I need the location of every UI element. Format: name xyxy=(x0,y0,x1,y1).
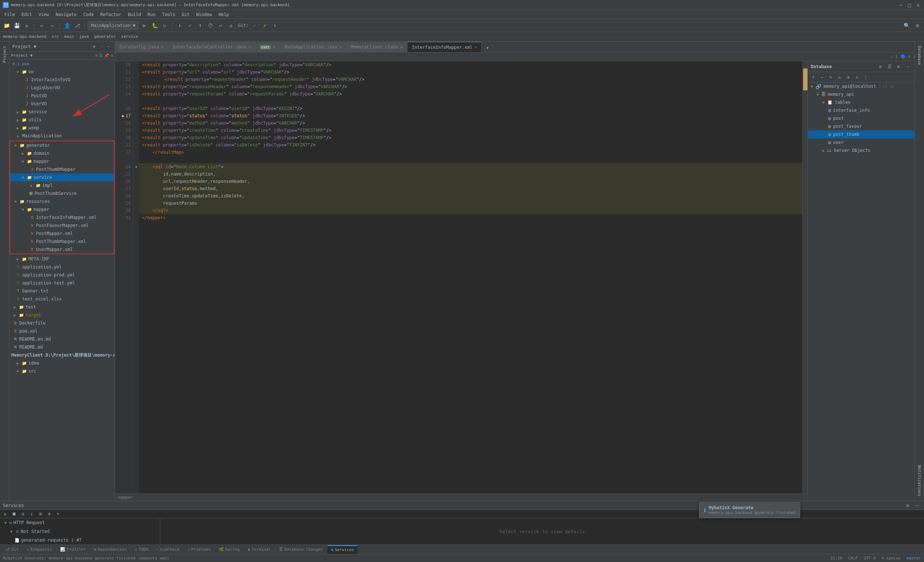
tab-user[interactable]: user × xyxy=(256,42,280,52)
tree-item-postthumbmapper[interactable]: J PostThumbMapper xyxy=(10,165,114,173)
redo-icon[interactable]: ↺ xyxy=(226,21,235,30)
open-folder-icon[interactable]: 📁 xyxy=(2,21,11,30)
status-crlf[interactable]: CRLF xyxy=(848,556,858,560)
service-item-not-started[interactable]: ▼ ⏸ Not Started xyxy=(0,527,160,536)
bottom-tab-terminal[interactable]: ▮ Terminal xyxy=(244,545,274,554)
breadcrumb-project[interactable]: memory-api-backend xyxy=(3,34,46,39)
tree-item-postthumpmapper-xml[interactable]: X PostThumbMapper.xml xyxy=(10,237,114,245)
services-run-icon[interactable]: ▶ xyxy=(2,510,9,518)
bottom-tab-profiler[interactable]: 📊 Profiler xyxy=(56,545,90,554)
menu-refactor[interactable]: Refactor xyxy=(97,11,124,18)
bottom-tab-services[interactable]: ⚙ Services xyxy=(327,545,358,554)
notifications-side-btn[interactable]: Notifications xyxy=(917,462,922,499)
git-checkmark-icon[interactable]: ✓ xyxy=(250,21,259,30)
tree-sync-icon[interactable]: ⇅ xyxy=(111,53,113,58)
status-encoding[interactable]: UTF-8 xyxy=(864,556,876,560)
tab-corsconfig[interactable]: CorsConfig.java × xyxy=(115,42,168,52)
menu-run[interactable]: Run xyxy=(144,11,158,18)
branch-icon[interactable]: ⎇ xyxy=(73,21,81,30)
database-side-btn[interactable]: Database xyxy=(917,61,922,68)
tree-item-readme[interactable]: M README.md xyxy=(9,343,115,351)
db-minus-icon[interactable]: − xyxy=(818,73,826,81)
undo-icon[interactable]: ↩ xyxy=(216,21,225,30)
tree-item-memoryclient[interactable]: MemoryClient D:\Project\星球项目\memory-api\… xyxy=(9,351,115,359)
tab-interfaceinfocont[interactable]: InterfaceInfoController.java × xyxy=(168,42,256,52)
tree-item-service-top[interactable]: ▶ 📁 service xyxy=(9,108,115,116)
forward-icon[interactable]: → xyxy=(48,21,56,30)
sidebar-layout-icon[interactable]: ⋮ xyxy=(98,44,105,50)
bottom-tab-luacheck[interactable]: ✓ LuaCheck xyxy=(153,545,183,554)
tree-item-gen-service[interactable]: ▼ 📁 service xyxy=(10,173,114,181)
tree-item-userVO[interactable]: J UserVO xyxy=(9,100,115,108)
minimize-button[interactable]: ─ xyxy=(898,2,904,8)
tree-item-test[interactable]: ▶ 📁 test xyxy=(9,303,115,311)
tree-item-wxmp[interactable]: ▶ 📁 wxmp xyxy=(9,124,115,132)
tab-memoryclient-close[interactable]: × xyxy=(400,45,403,50)
db-item-server-objects[interactable]: ▶ 🗂 Server Objects xyxy=(808,146,915,155)
tree-item-domain[interactable]: ▶ 📁 domain xyxy=(10,149,114,157)
status-indent[interactable]: 4 spaces xyxy=(881,556,901,560)
tree-item-impl[interactable]: ▶ 📁 impl xyxy=(10,181,114,189)
tree-item-test-excel[interactable]: X test_excel.xlsx xyxy=(9,295,115,303)
tab-user-close[interactable]: × xyxy=(273,45,276,50)
services-group-icon[interactable]: ⊞ xyxy=(36,510,44,518)
run-button[interactable]: ▶ xyxy=(140,21,149,30)
tree-item-gen-mapper[interactable]: ▼ 📁 mapper xyxy=(10,157,114,165)
tab-interfacemapper-close[interactable]: × xyxy=(475,45,477,50)
settings-icon[interactable]: ⚙ xyxy=(913,21,922,30)
bottom-tab-git[interactable]: ⎇ Git xyxy=(2,545,22,554)
services-expand-icon[interactable]: ⊕ xyxy=(45,510,53,518)
scrollbar-thumb[interactable] xyxy=(803,69,807,90)
db-item-tables[interactable]: ▼ 📋 tables xyxy=(808,98,915,106)
db-item-post-thumb[interactable]: ▦ post_thumb xyxy=(808,131,915,138)
menu-tools[interactable]: Tools xyxy=(159,11,178,18)
menu-code[interactable]: Code xyxy=(81,11,97,18)
db-more-icon[interactable]: ⋮ xyxy=(862,73,870,81)
tab-memoryclient[interactable]: MemoryClient.class × xyxy=(346,42,408,52)
project-panel-btn[interactable]: Project xyxy=(2,43,7,66)
sidebar-close-icon[interactable]: − xyxy=(105,44,112,50)
tree-pin-icon[interactable]: 📌 xyxy=(104,53,109,58)
breadcrumb-service[interactable]: service xyxy=(121,34,138,39)
breadcrumb-src[interactable]: src xyxy=(52,34,59,39)
bottom-tab-dependencies[interactable]: ⊞ Dependencies xyxy=(90,545,130,554)
db-item-post-favour[interactable]: ▦ post_favour xyxy=(808,122,915,131)
git-update-icon[interactable]: ⬇ xyxy=(176,21,184,30)
tree-item-postVO[interactable]: J PostVO xyxy=(9,92,115,100)
debug-button[interactable]: 🐛 xyxy=(150,21,159,30)
db-filter-icon[interactable]: ≡ xyxy=(844,73,852,81)
menu-window[interactable]: Window xyxy=(194,11,215,18)
tab-interfacemapper[interactable]: InterfaceInfoMapper.xml × xyxy=(407,42,482,52)
tree-item-mainapplication[interactable]: ▶ MainApplication xyxy=(9,132,115,140)
services-close-icon[interactable]: − xyxy=(913,502,921,509)
git-history-icon[interactable]: ⏱ xyxy=(206,21,215,30)
tree-item-resources[interactable]: ▼ 📁 resources xyxy=(10,197,114,206)
vertical-scrollbar[interactable] xyxy=(802,61,807,493)
db-item-post[interactable]: ▦ post xyxy=(808,114,915,122)
db-item-schema[interactable]: ▼ 🗄 memory_api xyxy=(808,90,915,98)
menu-edit[interactable]: Edit xyxy=(19,11,35,18)
bottom-tab-problems[interactable]: ⚠ Problems xyxy=(184,545,214,554)
tab-more-icon[interactable]: ▾ xyxy=(483,44,492,52)
tree-item-readme-en[interactable]: M README.en.md xyxy=(9,335,115,343)
db-item-user[interactable]: ▦ user xyxy=(808,138,915,146)
git-x-icon[interactable]: ✗ xyxy=(260,21,269,30)
breadcrumb-main[interactable]: main xyxy=(64,34,74,39)
breadcrumb-java[interactable]: java xyxy=(79,34,89,39)
tree-item-target[interactable]: ▶ 📁 target xyxy=(9,311,115,319)
bottom-tab-spring[interactable]: 🌿 Spring xyxy=(215,545,243,554)
tree-item-dockerfile[interactable]: D Dockerfile xyxy=(9,319,115,327)
service-item-generated-requests[interactable]: 📄 generated-requests | #7 xyxy=(0,536,160,544)
db-edit-icon[interactable]: ✎ xyxy=(827,73,835,81)
tree-item-postmapper-xml[interactable]: X PostMapper.xml xyxy=(10,230,114,237)
tree-item-meta-inf[interactable]: ▶ 📁 META-INF xyxy=(9,255,115,263)
tree-item-application-prod-yml[interactable]: Y application-prod.yml xyxy=(9,271,115,279)
tree-collapse-icon[interactable]: ≡ xyxy=(95,53,98,58)
tab-corsconfig-close[interactable]: × xyxy=(161,45,164,50)
tree-item-generator[interactable]: ▼ 📁 generator xyxy=(10,141,114,149)
coverage-button[interactable]: ▷ xyxy=(160,21,169,30)
git-branch-arrow-icon[interactable]: ↑ xyxy=(270,21,279,30)
status-branch[interactable]: master xyxy=(906,556,921,560)
db-item-interface-info[interactable]: ▦ interface_info xyxy=(808,106,915,114)
services-sort-icon[interactable]: ↕ xyxy=(28,510,36,518)
